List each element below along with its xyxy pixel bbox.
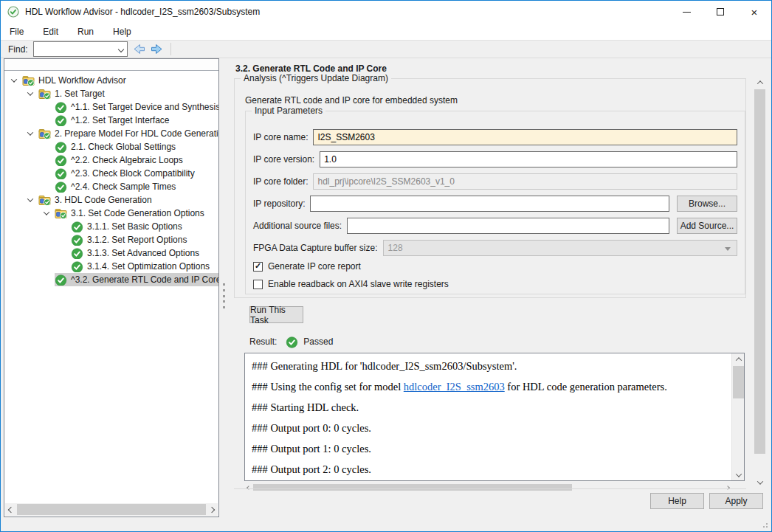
scrollbar-thumb[interactable] bbox=[733, 366, 744, 398]
find-label: Find: bbox=[8, 44, 28, 55]
ip-core-name-input[interactable] bbox=[313, 129, 737, 145]
ip-core-folder-label: IP core folder: bbox=[253, 176, 308, 187]
tree-item-generate-rtl-code-and-ip-core[interactable]: ^3.2. Generate RTL Code and IP Core bbox=[4, 273, 218, 286]
scroll-left-icon[interactable] bbox=[244, 483, 253, 491]
chevron-expanded-icon[interactable] bbox=[22, 198, 38, 202]
help-button[interactable]: Help bbox=[650, 493, 704, 509]
task-log-output[interactable]: ### Generating HDL for 'hdlcoder_I2S_ssm… bbox=[244, 353, 745, 481]
run-this-task-button[interactable]: Run This Task bbox=[249, 306, 303, 323]
tree-item-set-code-generation-options[interactable]: 3.1. Set Code Generation Options bbox=[4, 207, 218, 220]
scroll-left-icon[interactable] bbox=[5, 503, 17, 516]
model-link[interactable]: hdlcoder_I2S_ssm2603 bbox=[404, 381, 505, 393]
arrow-left-icon bbox=[132, 44, 145, 55]
result-row: Result: Passed bbox=[249, 335, 333, 348]
log-line: ### Starting HDL check. bbox=[252, 397, 726, 418]
result-label: Result: bbox=[249, 336, 277, 347]
tree-item-hdl-code-generation[interactable]: 3. HDL Code Generation bbox=[4, 193, 218, 207]
ip-core-version-input[interactable] bbox=[320, 151, 737, 167]
log-line: ### Output port 1: 0 cycles. bbox=[252, 438, 726, 459]
menu-edit[interactable]: Edit bbox=[35, 24, 66, 39]
scrollbar-thumb[interactable] bbox=[253, 484, 572, 491]
tree-item-set-target[interactable]: 1. Set Target bbox=[4, 87, 218, 100]
generate-report-checkbox[interactable] bbox=[253, 262, 263, 272]
close-button[interactable]: × bbox=[737, 1, 771, 23]
scroll-right-icon[interactable] bbox=[723, 483, 732, 491]
scroll-down-icon[interactable] bbox=[732, 469, 745, 480]
ip-repository-input[interactable] bbox=[310, 196, 669, 212]
log-vertical-scrollbar[interactable] bbox=[731, 353, 744, 480]
panel-vertical-scrollbar[interactable] bbox=[754, 77, 766, 488]
tree-item-check-block-compatibility[interactable]: ^2.3. Check Block Compatibility bbox=[4, 167, 218, 180]
find-combobox[interactable] bbox=[33, 41, 128, 57]
maximize-button[interactable] bbox=[703, 1, 737, 23]
tree-horizontal-scrollbar[interactable] bbox=[5, 503, 218, 516]
passed-check-icon bbox=[55, 102, 67, 113]
find-input[interactable] bbox=[35, 43, 112, 55]
scroll-right-icon[interactable] bbox=[206, 503, 218, 516]
additional-source-files-input[interactable] bbox=[347, 218, 669, 234]
panel-splitter[interactable] bbox=[221, 283, 226, 308]
ip-core-folder-row: IP core folder: bbox=[253, 173, 737, 190]
tree-header-strip bbox=[4, 59, 218, 71]
scrollbar-thumb[interactable] bbox=[17, 504, 206, 515]
scrollbar-thumb[interactable] bbox=[754, 89, 765, 454]
menu-file[interactable]: File bbox=[2, 24, 31, 39]
tree-item-check-algebraic-loops[interactable]: ^2.2. Check Algebraic Loops bbox=[4, 153, 218, 167]
button-area-separator bbox=[234, 488, 746, 489]
log-horizontal-scrollbar[interactable] bbox=[244, 483, 732, 491]
tree-item-prepare-model[interactable]: 2. Prepare Model For HDL Code Generation bbox=[4, 127, 218, 140]
tree-item-set-target-interface[interactable]: ^1.2. Set Target Interface bbox=[4, 114, 218, 127]
tree-item-set-report-options[interactable]: 3.1.2. Set Report Options bbox=[4, 233, 218, 246]
ip-core-version-label: IP core version: bbox=[253, 154, 314, 165]
app-icon bbox=[7, 6, 19, 18]
scroll-down-icon[interactable] bbox=[754, 477, 766, 488]
ip-repository-row: IP repository: Browse... bbox=[253, 196, 737, 212]
folder-check-icon bbox=[38, 89, 51, 100]
hdl-workflow-advisor-window: HDL Workflow Advisor - hdlcoder_I2S_ssm2… bbox=[0, 0, 772, 532]
toolbar-separator bbox=[170, 43, 171, 55]
add-source-button[interactable]: Add Source... bbox=[677, 218, 737, 234]
passed-check-icon bbox=[286, 336, 298, 348]
close-icon: × bbox=[751, 7, 758, 18]
arrow-right-icon bbox=[151, 44, 164, 55]
passed-check-icon bbox=[55, 142, 67, 153]
ip-core-version-row: IP core version: bbox=[253, 151, 737, 167]
chevron-expanded-icon[interactable] bbox=[6, 78, 22, 83]
menu-run[interactable]: Run bbox=[70, 24, 101, 39]
task-title: 3.2. Generate RTL Code and IP Core bbox=[235, 63, 387, 74]
folder-check-icon bbox=[38, 195, 51, 206]
scroll-up-icon[interactable] bbox=[754, 77, 766, 88]
tree-item-set-optimization-options[interactable]: 3.1.4. Set Optimization Options bbox=[4, 260, 218, 273]
find-toolbar: Find: bbox=[1, 40, 771, 58]
tree-item-hdl-workflow-advisor[interactable]: HDL Workflow Advisor bbox=[4, 74, 218, 87]
tree-item-set-advanced-options[interactable]: 3.1.3. Set Advanced Options bbox=[4, 246, 218, 260]
chevron-expanded-icon[interactable] bbox=[38, 211, 55, 215]
ip-repository-label: IP repository: bbox=[253, 198, 305, 209]
log-line: ### Output port 2: 0 cycles. bbox=[252, 459, 726, 480]
tree-item-set-basic-options[interactable]: 3.1.1. Set Basic Options bbox=[4, 220, 218, 233]
folder-check-icon bbox=[38, 128, 51, 139]
find-previous-button[interactable] bbox=[131, 44, 146, 55]
chevron-expanded-icon[interactable] bbox=[22, 91, 38, 96]
minimize-button[interactable] bbox=[669, 1, 703, 23]
workflow-tree: HDL Workflow Advisor 1. Set Target ^1.1.… bbox=[4, 71, 218, 286]
find-next-button[interactable] bbox=[150, 44, 165, 55]
input-parameters-label: Input Parameters bbox=[252, 106, 325, 116]
apply-button[interactable]: Apply bbox=[709, 493, 763, 509]
browse-button[interactable]: Browse... bbox=[677, 196, 737, 212]
tree-item-set-target-device[interactable]: ^1.1. Set Target Device and Synthesis To… bbox=[4, 100, 218, 114]
scroll-up-icon[interactable] bbox=[732, 353, 745, 365]
enable-readback-row: Enable readback on AXI4 slave write regi… bbox=[253, 278, 449, 290]
passed-check-icon bbox=[71, 235, 83, 246]
menu-help[interactable]: Help bbox=[106, 24, 139, 39]
ip-core-folder-input bbox=[313, 173, 737, 190]
passed-check-icon bbox=[55, 155, 67, 166]
tree-item-check-global-settings[interactable]: 2.1. Check Global Settings bbox=[4, 140, 218, 153]
passed-check-icon bbox=[71, 261, 83, 272]
window-resize-grip[interactable] bbox=[760, 520, 768, 528]
tree-item-check-sample-times[interactable]: ^2.4. Check Sample Times bbox=[4, 180, 218, 193]
chevron-down-icon[interactable] bbox=[117, 46, 123, 52]
chevron-expanded-icon[interactable] bbox=[22, 131, 38, 136]
enable-readback-checkbox[interactable] bbox=[253, 280, 263, 289]
passed-check-icon bbox=[71, 248, 83, 259]
